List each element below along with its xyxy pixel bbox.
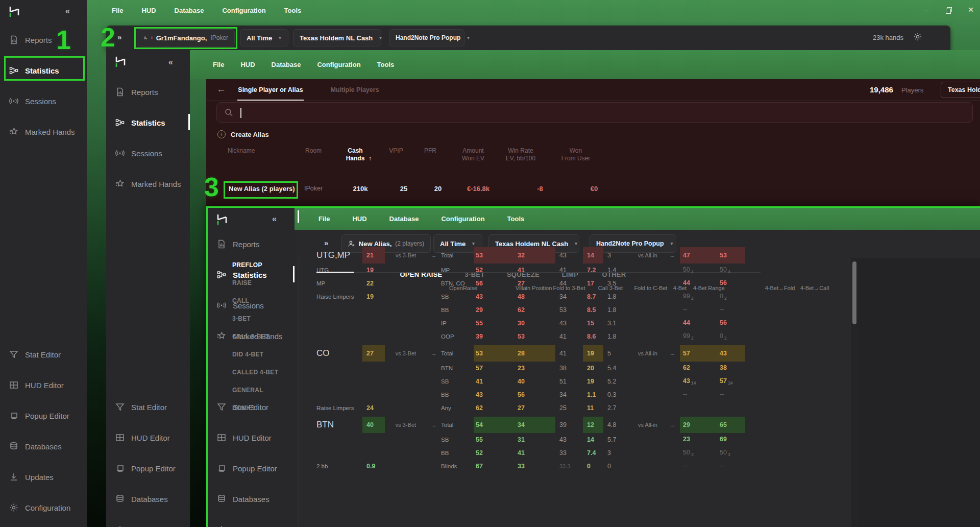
sidebar-item[interactable]: Statistics (0, 55, 87, 86)
stats-row[interactable]: MP 22 BTN, CO 56 27 44 17 3.5 (316, 277, 745, 290)
col-room[interactable]: Room (305, 147, 322, 155)
stats-row[interactable]: CO 27 vs 3-Bet → Total 53 28 41 19 5 vs (316, 345, 745, 362)
time-filter-dropdown[interactable]: All Time ▾ (240, 29, 288, 46)
stats-row[interactable]: UTG 19 MP 52 41 41 7.2 1.4 (316, 264, 745, 277)
stats-row[interactable]: BB 52 41 33 7.4 3 503 503 (316, 446, 745, 460)
stats-nav-general[interactable]: GENERAL (232, 387, 263, 394)
sidebar-item[interactable]: Sessions (0, 86, 87, 116)
gear-icon[interactable] (913, 32, 922, 41)
stats-row[interactable]: SB 41 40 51 19 5.2 4314 5714 (316, 375, 745, 388)
menu-file[interactable]: File (318, 215, 330, 223)
tab-single-player[interactable]: Single Player or Alias (237, 79, 304, 101)
stats-row[interactable]: IP 55 30 43 15 3.1 44 56 (316, 317, 745, 330)
sidebar-item[interactable]: HUD Editor (106, 422, 190, 453)
close-button[interactable]: × (960, 0, 980, 19)
stats-nav-3-bet[interactable]: 3-BET (232, 315, 251, 322)
back-arrow-icon[interactable]: ← (216, 84, 226, 95)
sidebar-item[interactable]: Marked Hands (0, 116, 87, 147)
sidebar-item[interactable]: Updates (0, 462, 87, 492)
sidebar-expand-icon[interactable]: » (117, 33, 121, 41)
stats-nav-donks[interactable]: DONKS (232, 404, 255, 412)
window1-menubar: File HUD Database Configuration Tools (87, 0, 903, 20)
menu-file[interactable]: File (112, 7, 123, 14)
sidebar-collapse-icon[interactable]: « (168, 58, 173, 67)
sidebar-item[interactable]: Reports (208, 229, 295, 259)
sidebar-item[interactable]: Stat Editor (0, 339, 87, 370)
tab-multiple-players[interactable]: Multiple Players (322, 79, 388, 101)
sidebar-item-icon (217, 525, 226, 527)
create-alias-button[interactable]: + Create Alias (217, 129, 269, 140)
stats-row[interactable]: BTN 40 vs 3-Bet → Total 54 34 39 12 4.8 (316, 417, 745, 433)
col-amount-won[interactable]: Amount Won EV (462, 147, 484, 162)
col-vpip[interactable]: VPIP (389, 147, 403, 155)
stats-nav-did-4-bet[interactable]: DID 4-BET (232, 351, 263, 358)
menu-configuration[interactable]: Configuration (441, 215, 484, 223)
stats-nav-call[interactable]: CALL (232, 297, 249, 304)
sidebar-item[interactable]: Sessions (208, 290, 295, 321)
menu-database[interactable]: Database (175, 7, 204, 14)
sidebar-item[interactable]: Marked Hands (106, 169, 190, 199)
menu-file[interactable]: File (213, 61, 224, 68)
menu-hud[interactable]: HUD (141, 7, 156, 14)
player-search-input[interactable] (216, 102, 973, 123)
sidebar-item[interactable]: Popup Editor (208, 453, 295, 484)
stats-row[interactable]: SB 55 31 43 14 5.7 23 69 (316, 433, 745, 446)
sidebar-item[interactable]: Databases (0, 431, 87, 462)
sidebar-item[interactable]: Reports (106, 77, 190, 107)
stats-nav-call-3-bet[interactable]: CALL 3-BET (232, 333, 270, 340)
stats-row[interactable]: UTG,MP 21 vs 3-Bet → Total 53 32 43 14 3 (316, 247, 745, 264)
restore-button[interactable] (937, 0, 960, 19)
4bet-value: 19 (583, 378, 603, 385)
sidebar-item[interactable]: HUD Editor (208, 422, 295, 453)
sidebar-item[interactable]: Stat Editor (106, 392, 190, 422)
menu-hud[interactable]: HUD (352, 215, 366, 223)
menu-tools[interactable]: Tools (377, 61, 395, 68)
col-nickname[interactable]: Nickname (228, 147, 255, 155)
stats-row[interactable]: Raise Limpers 24 Any 62 27 25 11 2.7 (316, 401, 745, 415)
sidebar-item[interactable]: Popup Editor (106, 453, 190, 484)
stats-row[interactable]: BB 29 62 53 8.5 1.8 -- -- (316, 303, 745, 317)
stats-row[interactable]: 2 bb 0.9 Blinds 67 33 33.3 0 0 (316, 460, 745, 473)
menu-tools[interactable]: Tools (507, 215, 525, 223)
openraise-value: 40 (362, 417, 385, 433)
stats-nav-raise[interactable]: RAISE (232, 279, 252, 286)
sidebar-item[interactable]: Sessions (106, 138, 190, 169)
col-won-from-user[interactable]: Won From User (561, 147, 591, 162)
col-pfr[interactable]: PFR (424, 147, 436, 155)
sidebar-collapse-icon[interactable]: « (272, 214, 277, 224)
menu-database[interactable]: Database (389, 215, 419, 223)
sidebar-item[interactable]: Databases (208, 484, 295, 514)
player-selector[interactable]: Gr1mFandango, IPoker (137, 29, 235, 46)
stats-row[interactable]: Raise Limpers 19 SB 43 48 34 8.7 1.8 (316, 290, 745, 303)
sidebar-item[interactable]: Configuration (0, 492, 87, 523)
sidebar-item-icon (115, 433, 125, 442)
scrollbar-thumb[interactable] (852, 261, 856, 324)
menu-database[interactable]: Database (272, 61, 301, 68)
menu-tools[interactable]: Tools (284, 7, 302, 14)
col-cash-hands[interactable]: Cash Hands (346, 147, 365, 162)
alias-row-nickname[interactable]: New Alias (2 players) (229, 185, 295, 193)
sidebar-item[interactable]: Databases (106, 484, 190, 514)
sidebar-item[interactable]: Updates (106, 514, 190, 527)
sidebar-item[interactable]: HUD Editor (0, 370, 87, 400)
vertical-scrollbar[interactable] (851, 258, 857, 527)
popup-filter-dropdown[interactable]: Hand2Note Pro Popup ▾ (389, 29, 464, 46)
minimize-button[interactable]: – (915, 0, 937, 19)
game-filter-dropdown[interactable]: Texas Holdem NL Cash ▾ (293, 29, 381, 46)
game-filter-button[interactable]: Texas Holdem N (941, 82, 980, 98)
menu-configuration[interactable]: Configuration (317, 61, 360, 68)
stats-row[interactable]: BTN 57 23 38 20 5.4 62 38 (316, 362, 745, 375)
stats-nav-called-4-bet[interactable]: CALLED 4-BET (232, 369, 278, 376)
sidebar-item[interactable]: Popup Editor (0, 400, 87, 431)
sidebar-collapse-icon[interactable]: « (65, 7, 70, 16)
sidebar-item[interactable]: Updates (208, 514, 295, 527)
col-win-rate[interactable]: Win Rate EV, bb/100 (506, 147, 535, 162)
stats-row[interactable]: OOP 39 53 41 8.6 1.8 992 02 (316, 330, 745, 343)
sidebar-item[interactable]: Reports (0, 25, 87, 55)
stats-nav-preflop[interactable]: PREFLOP (232, 261, 262, 269)
menu-hud[interactable]: HUD (240, 61, 255, 68)
status-dot (151, 36, 153, 39)
stats-row[interactable]: BB 43 56 34 1.1 0.3 -- -- (316, 388, 745, 401)
sidebar-item[interactable]: Statistics (106, 107, 190, 138)
menu-configuration[interactable]: Configuration (222, 7, 265, 14)
